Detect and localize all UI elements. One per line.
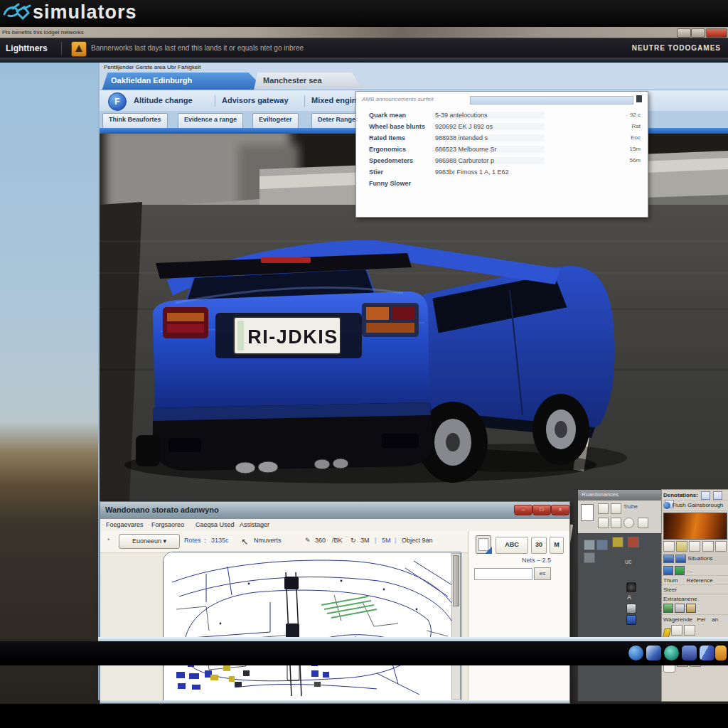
- property-row[interactable]: Rated Items 988938 intended s Eoc: [356, 134, 648, 144]
- layer-thumb[interactable]: [628, 537, 639, 547]
- map-canvas[interactable]: [163, 552, 461, 701]
- texture-preview[interactable]: [663, 513, 727, 540]
- redo-icon[interactable]: ↻: [350, 537, 356, 544]
- property-row[interactable]: Quark mean 5-39 antelocutions 92 c: [356, 111, 648, 122]
- document-icon[interactable]: [581, 504, 594, 521]
- m3-label[interactable]: 3M: [360, 537, 370, 544]
- angle-value[interactable]: 360: [315, 537, 326, 544]
- property-row[interactable]: Wheel base blunts 920692 EK J 892 os Rat: [356, 122, 648, 133]
- sphere-icon[interactable]: [663, 502, 670, 509]
- measure-button[interactable]: M: [550, 537, 564, 554]
- layers-panel-title[interactable]: Ruardonances: [578, 490, 662, 500]
- property-row[interactable]: Speedometers 986988 Carburetor p 56m: [356, 156, 648, 167]
- nets-value[interactable]: 2.5: [542, 557, 551, 564]
- brush-label[interactable]: Gainsborough: [687, 502, 723, 508]
- pointer-tool-label[interactable]: Nmuverts: [254, 537, 282, 544]
- property-value[interactable]: 9983br Fimoss 1 A, 1 E62: [432, 168, 545, 176]
- settings-icon[interactable]: [598, 518, 609, 528]
- stamp-icon[interactable]: [686, 604, 696, 613]
- taskbar-icon-folder[interactable]: [682, 646, 697, 660]
- scrollbar-thumb[interactable]: [453, 555, 459, 606]
- text-tool-icon[interactable]: A: [627, 594, 631, 601]
- property-value[interactable]: 920692 EK J 892 os: [432, 123, 545, 130]
- transform-icon[interactable]: [689, 541, 700, 552]
- paste-icon[interactable]: [476, 535, 491, 554]
- export-icon[interactable]: [715, 541, 727, 552]
- taskbar-icon-globe[interactable]: [664, 646, 679, 660]
- menu-view[interactable]: Caeqsa Used: [196, 521, 235, 528]
- sim-logo-icon[interactable]: F: [108, 92, 127, 111]
- panel-button-1[interactable]: [701, 491, 710, 500]
- property-value[interactable]: 5-39 antelocutions: [432, 112, 545, 119]
- property-row[interactable]: Funny Slower: [356, 179, 648, 190]
- maximize-button[interactable]: [691, 28, 705, 38]
- map-icon[interactable]: [663, 604, 673, 613]
- thum-label[interactable]: Thum: [663, 577, 678, 584]
- m5-label[interactable]: 5M: [382, 537, 391, 544]
- per-label[interactable]: Per: [697, 616, 705, 623]
- layer-thumb[interactable]: [584, 552, 595, 563]
- thumbnail-1[interactable]: [663, 555, 674, 563]
- pointer-icon[interactable]: ↖: [241, 537, 248, 547]
- taskbar-icon-media[interactable]: [646, 646, 661, 660]
- scissors-icon[interactable]: [675, 604, 685, 613]
- toolbar-item-advisors[interactable]: Advisors gateway: [222, 96, 289, 105]
- editor-titlebar[interactable]: Wandonano storato adanwyno – □ ×: [100, 502, 569, 520]
- filter-button-2[interactable]: Evidence a range: [178, 113, 243, 129]
- property-value[interactable]: 986988 Carburetor p: [432, 157, 545, 164]
- globe-icon[interactable]: [623, 518, 634, 528]
- menu-edit[interactable]: Forgsaoreo: [151, 521, 184, 528]
- steer-label[interactable]: Steer: [663, 587, 677, 593]
- panel-button-2[interactable]: [713, 491, 722, 500]
- map-scrollbar[interactable]: [451, 553, 461, 700]
- object-label[interactable]: Object 9an: [402, 537, 433, 544]
- thumbnail-2[interactable]: [675, 555, 686, 563]
- refresh-icon[interactable]: [611, 518, 621, 528]
- minimize-button[interactable]: [677, 28, 691, 38]
- menu-help[interactable]: Assistager: [240, 521, 269, 528]
- new-layer-icon[interactable]: [598, 503, 609, 514]
- panel-menu-icon[interactable]: [636, 95, 642, 102]
- duplicate-icon[interactable]: [611, 503, 621, 514]
- palette-icon[interactable]: [676, 541, 687, 552]
- crop-icon[interactable]: [702, 541, 714, 552]
- property-row[interactable]: Stier 9983br Fimoss 1 A, 1 E62: [356, 168, 648, 178]
- camera-icon[interactable]: [626, 582, 636, 592]
- blue-swatch[interactable]: [663, 566, 673, 575]
- tab-situations[interactable]: Situations: [687, 555, 712, 562]
- reference-label[interactable]: Reference: [687, 577, 713, 584]
- folder-icon[interactable]: [638, 518, 648, 528]
- flush-label[interactable]: Flush: [672, 502, 686, 508]
- wand-icon[interactable]: [684, 625, 695, 636]
- search-input[interactable]: [474, 568, 532, 580]
- mode-dropdown-button[interactable]: Euoneeun ▾: [119, 534, 180, 549]
- taskbar-icon-settings[interactable]: [715, 646, 727, 660]
- filter-button-3[interactable]: Eviltogeter: [252, 113, 299, 129]
- settings-button[interactable]: es: [534, 567, 551, 580]
- property-value[interactable]: 686523 Melbourne Sr: [432, 146, 545, 153]
- close-button[interactable]: [706, 28, 727, 38]
- view-3d-button[interactable]: 30: [531, 537, 547, 554]
- an-label[interactable]: an: [712, 616, 718, 623]
- layer-thumb[interactable]: [584, 540, 595, 550]
- image-icon[interactable]: [626, 604, 636, 614]
- lasso-icon[interactable]: [671, 625, 682, 636]
- close-button[interactable]: ×: [551, 505, 569, 515]
- maximize-button[interactable]: □: [532, 505, 551, 515]
- layer-thumb[interactable]: [612, 537, 623, 547]
- rotes-value[interactable]: 3135c: [211, 537, 229, 544]
- minimize-button[interactable]: –: [514, 505, 532, 515]
- properties-header-bar[interactable]: [470, 96, 633, 105]
- brush-icon[interactable]: [663, 541, 675, 552]
- rotes-label[interactable]: Rotes: [184, 537, 201, 544]
- filter-button-1[interactable]: Think Beaufortes: [102, 113, 168, 129]
- toolbar-item-altitude[interactable]: Altitude change: [134, 96, 193, 105]
- spellcheck-button[interactable]: ABC: [496, 537, 528, 554]
- bk-label[interactable]: /BK: [332, 537, 343, 544]
- property-row[interactable]: Ergonomics 686523 Melbourne Sr 15m: [356, 145, 648, 156]
- menu-file[interactable]: Foegaevares: [106, 521, 144, 528]
- property-value[interactable]: 988938 intended s: [432, 134, 545, 141]
- green-swatch[interactable]: [675, 566, 685, 575]
- swatch-icon[interactable]: [626, 615, 636, 625]
- layer-thumb[interactable]: [596, 540, 608, 550]
